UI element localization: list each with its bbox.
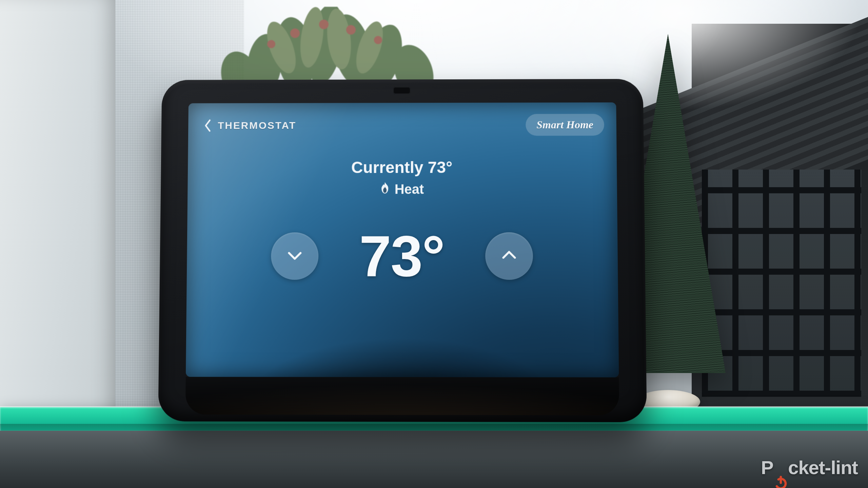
chevron-down-icon: [286, 246, 304, 266]
svg-point-13: [346, 25, 356, 35]
current-temp-value: 73°: [428, 158, 452, 176]
top-bar: THERMOSTAT Smart Home: [200, 114, 605, 136]
watermark-prefix: P: [761, 457, 773, 478]
echo-show-device: THERMOSTAT Smart Home Currently 73°: [159, 78, 644, 421]
svg-point-14: [267, 40, 275, 48]
svg-point-12: [319, 20, 329, 29]
device-bezel: THERMOSTAT Smart Home Currently 73°: [158, 79, 647, 422]
setpoint-value: 73°: [359, 227, 444, 285]
chevron-up-icon: [500, 246, 518, 266]
status-block: Currently 73° Heat: [188, 158, 617, 197]
svg-point-11: [290, 28, 300, 38]
currently-prefix: Currently: [351, 158, 428, 176]
thermostat-screen: THERMOSTAT Smart Home Currently 73°: [186, 102, 619, 377]
svg-point-7: [261, 18, 302, 77]
model-house-decor: [692, 24, 868, 410]
svg-point-10: [351, 18, 388, 77]
mode-label: Heat: [395, 182, 424, 197]
svg-point-8: [297, 7, 327, 69]
mode-row: Heat: [188, 181, 617, 197]
watermark-pocket-lint: P cket-lint: [761, 456, 858, 479]
setpoint-row: 73°: [187, 227, 618, 285]
bezel-reflection: [185, 377, 619, 415]
current-temp-label: Currently 73°: [188, 158, 617, 177]
chevron-left-icon: [204, 119, 212, 132]
svg-point-9: [324, 7, 354, 71]
increase-temp-button[interactable]: [485, 232, 533, 280]
watermark-suffix: cket-lint: [788, 457, 858, 478]
camera-notch: [393, 87, 411, 94]
under-shelf-shadow: [0, 431, 868, 488]
svg-point-15: [374, 36, 382, 44]
decrease-temp-button[interactable]: [271, 232, 319, 280]
back-button[interactable]: THERMOSTAT: [200, 117, 300, 134]
svg-point-3: [302, 7, 349, 87]
smart-home-pill[interactable]: Smart Home: [526, 114, 604, 136]
screen-title: THERMOSTAT: [218, 120, 296, 131]
flame-icon: [380, 181, 390, 197]
photo-scene: THERMOSTAT Smart Home Currently 73°: [0, 0, 868, 488]
